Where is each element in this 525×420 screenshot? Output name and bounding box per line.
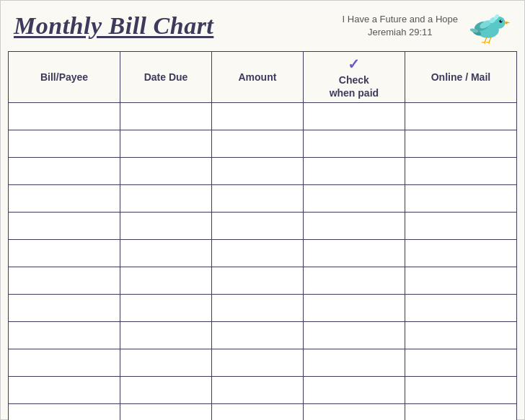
table-cell[interactable]	[211, 349, 303, 377]
page-wrapper: Monthly Bill Chart I Have a Future and a…	[0, 0, 525, 420]
table-cell[interactable]	[405, 158, 516, 185]
table-cell[interactable]	[303, 158, 405, 185]
table-cell[interactable]	[120, 267, 212, 295]
table-container: Bill/Payee Date Due Amount ✓ Check when …	[1, 48, 524, 420]
table-cell[interactable]	[120, 130, 212, 158]
svg-point-7	[499, 19, 502, 22]
table-cell[interactable]	[303, 267, 405, 295]
table-row	[9, 240, 517, 267]
table-cell[interactable]	[303, 295, 405, 322]
table-cell[interactable]	[9, 349, 120, 377]
table-cell[interactable]	[9, 158, 120, 185]
table-cell[interactable]	[211, 185, 303, 213]
table-cell[interactable]	[405, 349, 516, 377]
table-cell[interactable]	[303, 349, 405, 377]
table-row	[9, 404, 517, 420]
table-row	[9, 322, 517, 349]
table-cell[interactable]	[303, 103, 405, 130]
col-header-check: ✓ Check when paid	[303, 52, 405, 103]
table-cell[interactable]	[405, 295, 516, 322]
table-cell[interactable]	[9, 103, 120, 130]
table-body	[9, 103, 517, 420]
table-cell[interactable]	[303, 377, 405, 404]
col-header-amount: Amount	[211, 52, 303, 103]
table-cell[interactable]	[120, 377, 212, 404]
table-row	[9, 130, 517, 158]
table-cell[interactable]	[120, 404, 212, 420]
table-row	[9, 377, 517, 404]
table-row	[9, 295, 517, 322]
table-cell[interactable]	[405, 103, 516, 130]
check-label: when paid	[330, 86, 379, 99]
table-cell[interactable]	[211, 295, 303, 322]
table-cell[interactable]	[211, 130, 303, 158]
table-cell[interactable]	[405, 240, 516, 267]
table-header-row: Bill/Payee Date Due Amount ✓ Check when …	[9, 52, 517, 103]
table-cell[interactable]	[120, 322, 212, 349]
table-row	[9, 213, 517, 240]
table-cell[interactable]	[303, 130, 405, 158]
col-header-bill: Bill/Payee	[9, 52, 120, 103]
table-cell[interactable]	[303, 404, 405, 420]
table-cell[interactable]	[405, 404, 516, 420]
table-cell[interactable]	[120, 158, 212, 185]
table-cell[interactable]	[211, 213, 303, 240]
table-cell[interactable]	[303, 322, 405, 349]
table-cell[interactable]	[211, 158, 303, 185]
bill-table: Bill/Payee Date Due Amount ✓ Check when …	[8, 51, 517, 420]
table-cell[interactable]	[9, 213, 120, 240]
header-right: I Have a Future and a Hope Jeremiah 29:1…	[343, 8, 511, 44]
svg-point-8	[501, 20, 502, 21]
table-cell[interactable]	[120, 185, 212, 213]
table-cell[interactable]	[211, 322, 303, 349]
table-cell[interactable]	[9, 185, 120, 213]
table-cell[interactable]	[211, 267, 303, 295]
table-cell[interactable]	[405, 377, 516, 404]
table-cell[interactable]	[9, 322, 120, 349]
table-cell[interactable]	[405, 322, 516, 349]
table-row	[9, 267, 517, 295]
table-cell[interactable]	[405, 185, 516, 213]
table-cell[interactable]	[9, 295, 120, 322]
col-header-date: Date Due	[120, 52, 212, 103]
svg-line-9	[485, 37, 487, 43]
subtitle-line1: I Have a Future and a Hope	[343, 13, 458, 26]
table-cell[interactable]	[9, 404, 120, 420]
table-cell[interactable]	[211, 404, 303, 420]
table-cell[interactable]	[211, 240, 303, 267]
page-title: Monthly Bill Chart	[14, 12, 213, 39]
table-row	[9, 158, 517, 185]
header: Monthly Bill Chart I Have a Future and a…	[1, 1, 524, 48]
svg-line-10	[489, 37, 491, 43]
table-cell[interactable]	[405, 267, 516, 295]
bird-icon	[468, 8, 511, 44]
subtitle-area: I Have a Future and a Hope Jeremiah 29:1…	[343, 13, 458, 39]
table-cell[interactable]	[120, 240, 212, 267]
table-cell[interactable]	[9, 130, 120, 158]
table-row	[9, 103, 517, 130]
table-cell[interactable]	[211, 103, 303, 130]
col-header-online: Online / Mail	[405, 52, 516, 103]
table-row	[9, 185, 517, 213]
table-cell[interactable]	[120, 213, 212, 240]
table-cell[interactable]	[303, 185, 405, 213]
svg-marker-2	[505, 22, 510, 24]
subtitle-line2: Jeremiah 29:11	[368, 26, 433, 39]
table-cell[interactable]	[405, 213, 516, 240]
table-cell[interactable]	[9, 240, 120, 267]
table-cell[interactable]	[303, 213, 405, 240]
table-cell[interactable]	[120, 103, 212, 130]
table-row	[9, 349, 517, 377]
table-cell[interactable]	[211, 377, 303, 404]
table-cell[interactable]	[9, 377, 120, 404]
table-cell[interactable]	[120, 349, 212, 377]
title-area: Monthly Bill Chart	[14, 12, 213, 39]
table-cell[interactable]	[9, 267, 120, 295]
table-cell[interactable]	[303, 240, 405, 267]
table-cell[interactable]	[120, 295, 212, 322]
table-cell[interactable]	[405, 130, 516, 158]
check-prefix: Check	[339, 73, 369, 86]
check-symbol: ✓	[348, 55, 360, 73]
